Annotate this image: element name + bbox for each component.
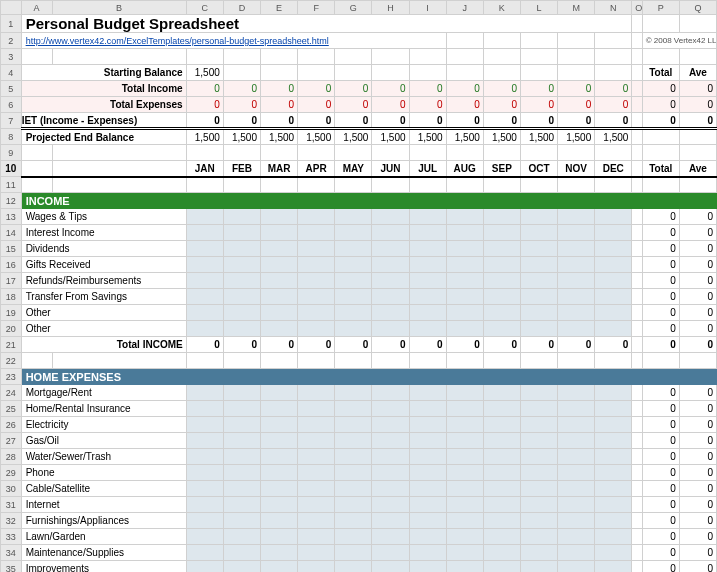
row-header[interactable]: 12 bbox=[1, 193, 22, 209]
net-month[interactable]: 0 bbox=[409, 113, 446, 129]
col-header[interactable]: P bbox=[642, 1, 679, 15]
cell[interactable] bbox=[186, 417, 223, 433]
row-header[interactable]: 30 bbox=[1, 481, 22, 497]
row-ave[interactable]: 0 bbox=[679, 401, 716, 417]
cell[interactable] bbox=[446, 513, 483, 529]
category-label[interactable]: Mortgage/Rent bbox=[21, 385, 186, 401]
cell[interactable] bbox=[558, 273, 595, 289]
cell[interactable] bbox=[186, 209, 223, 225]
col-header[interactable]: E bbox=[260, 1, 297, 15]
row-ave[interactable]: 0 bbox=[679, 433, 716, 449]
row-header[interactable]: 25 bbox=[1, 401, 22, 417]
row-total[interactable]: 0 bbox=[642, 417, 679, 433]
cell[interactable] bbox=[223, 417, 260, 433]
cell[interactable] bbox=[483, 401, 520, 417]
net-month[interactable]: 0 bbox=[446, 113, 483, 129]
source-link[interactable]: http://www.vertex42.com/ExcelTemplates/p… bbox=[21, 33, 446, 49]
cell[interactable] bbox=[446, 433, 483, 449]
col-header[interactable]: H bbox=[372, 1, 409, 15]
row-ave[interactable]: 0 bbox=[679, 321, 716, 337]
section-total-month[interactable]: 0 bbox=[409, 337, 446, 353]
cell[interactable] bbox=[446, 465, 483, 481]
cell[interactable] bbox=[372, 481, 409, 497]
cell[interactable] bbox=[595, 305, 632, 321]
cell[interactable] bbox=[558, 209, 595, 225]
cell[interactable] bbox=[409, 241, 446, 257]
cell[interactable] bbox=[520, 401, 557, 417]
cell[interactable] bbox=[335, 225, 372, 241]
category-label[interactable]: Wages & Tips bbox=[21, 209, 186, 225]
row-header[interactable]: 2 bbox=[1, 33, 22, 49]
income-month[interactable]: 0 bbox=[595, 81, 632, 97]
cell[interactable] bbox=[595, 417, 632, 433]
cell[interactable] bbox=[223, 257, 260, 273]
cell[interactable] bbox=[483, 465, 520, 481]
cell[interactable] bbox=[409, 545, 446, 561]
row-total[interactable]: 0 bbox=[642, 465, 679, 481]
row-total[interactable]: 0 bbox=[642, 289, 679, 305]
row-header[interactable]: 22 bbox=[1, 353, 22, 369]
row-header[interactable]: 35 bbox=[1, 561, 22, 573]
expense-month[interactable]: 0 bbox=[520, 97, 557, 113]
expense-month[interactable]: 0 bbox=[372, 97, 409, 113]
cell[interactable] bbox=[483, 385, 520, 401]
cell[interactable] bbox=[186, 529, 223, 545]
cell[interactable] bbox=[446, 241, 483, 257]
cell[interactable] bbox=[520, 257, 557, 273]
cell[interactable] bbox=[335, 465, 372, 481]
cell[interactable] bbox=[186, 321, 223, 337]
cell[interactable] bbox=[446, 401, 483, 417]
cell[interactable] bbox=[298, 241, 335, 257]
cell[interactable] bbox=[260, 257, 297, 273]
row-header[interactable]: 13 bbox=[1, 209, 22, 225]
cell[interactable] bbox=[335, 305, 372, 321]
cell[interactable] bbox=[260, 481, 297, 497]
cell[interactable] bbox=[520, 465, 557, 481]
proj-month[interactable]: 1,500 bbox=[446, 129, 483, 145]
cell[interactable] bbox=[409, 449, 446, 465]
cell[interactable] bbox=[409, 417, 446, 433]
col-header[interactable]: F bbox=[298, 1, 335, 15]
cell[interactable] bbox=[595, 433, 632, 449]
cell[interactable] bbox=[260, 273, 297, 289]
cell[interactable] bbox=[335, 401, 372, 417]
cell[interactable] bbox=[298, 481, 335, 497]
category-label[interactable]: Interest Income bbox=[21, 225, 186, 241]
cell[interactable] bbox=[409, 321, 446, 337]
cell[interactable] bbox=[335, 385, 372, 401]
cell[interactable] bbox=[558, 417, 595, 433]
col-header[interactable]: G bbox=[335, 1, 372, 15]
proj-month[interactable]: 1,500 bbox=[595, 129, 632, 145]
row-header[interactable]: 34 bbox=[1, 545, 22, 561]
cell[interactable] bbox=[520, 561, 557, 573]
cell[interactable] bbox=[260, 465, 297, 481]
cell[interactable] bbox=[372, 401, 409, 417]
cell[interactable] bbox=[409, 433, 446, 449]
cell[interactable] bbox=[298, 545, 335, 561]
net-month[interactable]: 0 bbox=[260, 113, 297, 129]
cell[interactable] bbox=[335, 321, 372, 337]
net-month[interactable]: 0 bbox=[335, 113, 372, 129]
category-label[interactable]: Home/Rental Insurance bbox=[21, 401, 186, 417]
row-ave[interactable]: 0 bbox=[679, 273, 716, 289]
cell[interactable] bbox=[260, 497, 297, 513]
cell[interactable] bbox=[595, 465, 632, 481]
cell[interactable] bbox=[335, 257, 372, 273]
cell[interactable] bbox=[186, 513, 223, 529]
section-total-month[interactable]: 0 bbox=[520, 337, 557, 353]
cell[interactable] bbox=[558, 401, 595, 417]
cell[interactable] bbox=[186, 257, 223, 273]
cell[interactable] bbox=[260, 225, 297, 241]
cell[interactable] bbox=[335, 449, 372, 465]
cell[interactable] bbox=[298, 529, 335, 545]
cell[interactable] bbox=[483, 209, 520, 225]
cell[interactable] bbox=[483, 449, 520, 465]
row-total[interactable]: 0 bbox=[642, 497, 679, 513]
cell[interactable] bbox=[260, 529, 297, 545]
cell[interactable] bbox=[409, 497, 446, 513]
col-header[interactable]: O bbox=[632, 1, 642, 15]
row-header[interactable]: 14 bbox=[1, 225, 22, 241]
income-month[interactable]: 0 bbox=[558, 81, 595, 97]
cell[interactable] bbox=[335, 529, 372, 545]
cell[interactable] bbox=[483, 289, 520, 305]
